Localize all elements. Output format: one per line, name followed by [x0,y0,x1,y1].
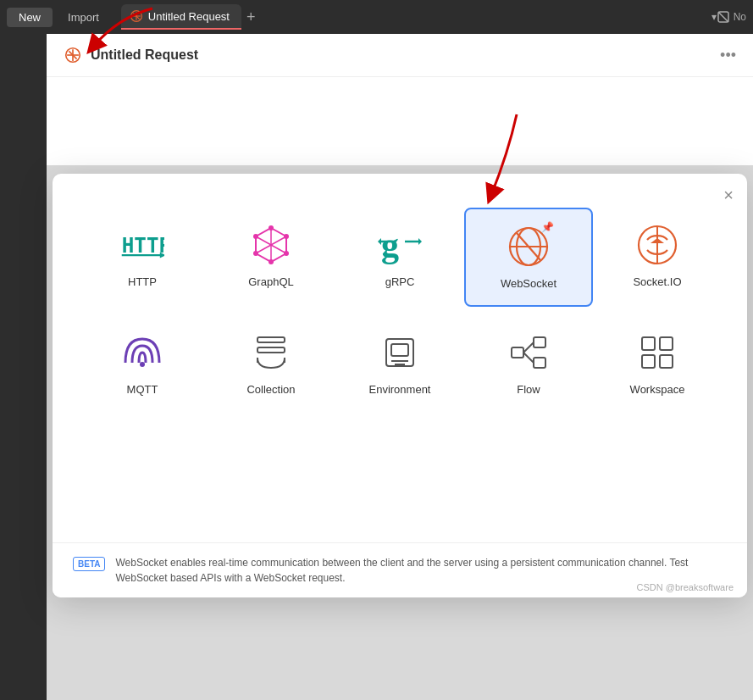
svg-line-5 [718,12,728,22]
http-icon-container: HTTP [120,223,164,267]
footer-description: WebSocket enables real-time communicatio… [115,555,727,586]
modal-overlay: × HTTP HTTP [47,165,753,700]
mqtt-icon [120,331,164,375]
collection-label: Collection [246,383,295,396]
new-button[interactable]: New [7,8,53,27]
grid-item-websocket[interactable]: 📌 WebSocket [464,208,593,307]
svg-line-48 [523,353,534,363]
svg-rect-44 [512,347,523,358]
new-tab-button[interactable]: + [246,8,256,26]
items-grid: HTTP HTTP [78,208,722,411]
tab-title: Untitled Request [148,10,230,23]
grid-item-collection[interactable]: Collection [207,315,335,411]
mqtt-label: MQTT [127,383,158,396]
graphql-icon-container [249,223,293,267]
panel-ws-icon [64,46,82,64]
modal-close-button[interactable]: × [723,186,734,205]
watermark: CSDN @breaksoftware [637,582,734,592]
content-area: Untitled Request ••• × HTTP [0,34,753,700]
panel-header: Untitled Request ••• [47,34,753,77]
environment-label: Environment [369,383,431,396]
websocket-icon-container: 📌 [507,225,551,269]
svg-marker-27 [418,238,422,245]
svg-rect-36 [257,337,285,342]
flow-icon-container [507,331,551,375]
svg-rect-45 [534,337,545,347]
tab-ws-icon [130,9,143,23]
main-panel: Untitled Request ••• × HTTP [47,34,753,700]
socketio-label: Socket.IO [633,275,681,288]
svg-marker-25 [378,238,381,245]
svg-rect-40 [386,339,413,366]
mqtt-icon-container [120,331,164,375]
socketio-icon-container [635,223,679,267]
import-button[interactable]: Import [56,8,111,27]
panel-title: Untitled Request [91,47,198,63]
tab-area: Untitled Request + ▾ No [121,4,746,30]
grpc-label: gRPC [385,275,415,288]
grid-item-graphql[interactable]: GraphQL [207,208,335,307]
flow-label: Flow [517,383,540,396]
svg-rect-52 [660,355,673,368]
svg-text:g: g [381,225,399,264]
grid-item-mqtt[interactable]: MQTT [78,315,207,411]
no-icon [717,10,730,24]
beta-badge: BETA [73,557,105,571]
svg-rect-50 [660,337,673,350]
grid-item-environment[interactable]: Environment [335,315,464,411]
svg-text:HTTP: HTTP [122,233,164,258]
new-item-modal: × HTTP HTTP [53,174,747,597]
collection-icon-container [249,331,293,375]
environment-icon [378,331,422,375]
grid-item-http[interactable]: HTTP HTTP [78,208,207,307]
grid-item-grpc[interactable]: g gRPC [335,208,464,307]
svg-rect-46 [534,358,545,368]
top-bar: New Import Untitled Request + ▾ No [0,0,753,34]
tab-untitled-request[interactable]: Untitled Request [121,4,241,30]
grpc-icon: g [378,225,422,265]
svg-marker-34 [651,238,664,243]
grid-item-socketio[interactable]: Socket.IO [593,208,722,307]
svg-rect-49 [642,337,655,350]
pin-icon: 📌 [541,221,554,233]
workspace-icon-container [635,331,679,375]
environment-icon-container [378,331,422,375]
no-indicator: No [717,10,746,24]
svg-rect-41 [391,344,408,356]
graphql-icon [251,225,291,265]
svg-rect-51 [642,355,655,368]
panel-more-button[interactable]: ••• [720,47,736,64]
collection-icon [249,331,293,375]
sidebar [0,34,47,700]
grid-item-workspace[interactable]: Workspace [593,315,722,411]
grid-item-flow[interactable]: Flow [464,315,593,411]
http-icon: HTTP [120,230,164,260]
workspace-label: Workspace [630,383,685,396]
svg-point-35 [140,362,145,367]
flow-icon [507,331,551,375]
workspace-icon [635,331,679,375]
http-label: HTTP [128,275,157,288]
svg-rect-37 [257,347,285,353]
grpc-icon-container: g [378,223,422,267]
websocket-label: WebSocket [501,277,556,290]
svg-line-47 [523,342,534,353]
graphql-label: GraphQL [248,275,293,288]
socketio-icon [635,223,679,267]
